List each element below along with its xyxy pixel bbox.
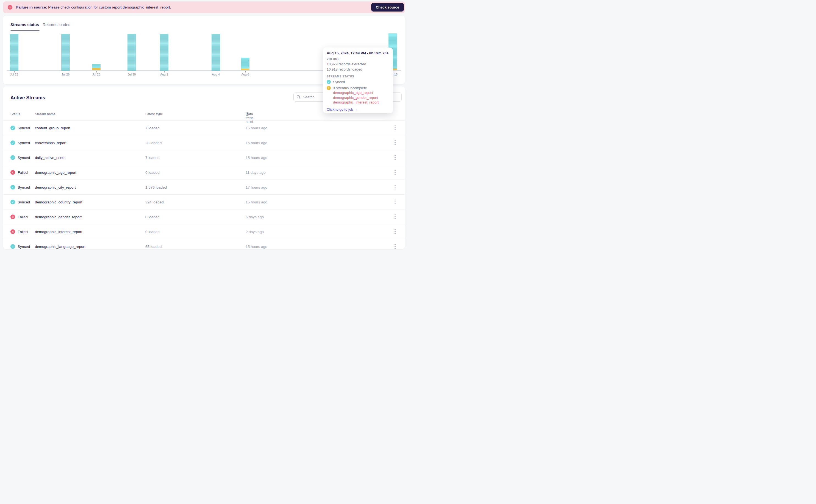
incomplete-stream-links: demographic_age_reportdemographic_gender… <box>333 90 390 105</box>
stream-name: conversions_report <box>35 141 66 145</box>
x-axis-label: Jul 30 <box>128 73 136 76</box>
stream-name: demographic_age_report <box>35 170 76 174</box>
table-row: ✕Faileddemographic_interest_report0 load… <box>3 224 405 239</box>
status-cell: ✓Synced <box>10 244 30 249</box>
x-axis-label: Jul 28 <box>92 73 100 76</box>
status-label: Synced <box>18 244 30 248</box>
clock-icon <box>246 112 249 116</box>
x-axis-tick <box>216 71 217 72</box>
x-axis-label: Aug 1 <box>160 73 168 76</box>
x-axis-label: Aug 6 <box>241 73 249 76</box>
latest-sync-value: 0 loaded <box>145 229 159 234</box>
status-cell: ✓Synced <box>10 125 30 130</box>
tooltip-title: Aug 15, 2024, 12:49 PM • 8h 59m 20s <box>327 51 390 55</box>
status-cell: ✕Failed <box>10 170 28 175</box>
status-cell: ✓Synced <box>10 140 30 145</box>
incomplete-stream-link[interactable]: demographic_gender_report <box>333 95 390 100</box>
column-header-status: Status <box>10 112 20 116</box>
table-row: ✕Faileddemographic_gender_report0 loaded… <box>3 209 405 224</box>
error-circle-icon: ✕ <box>8 5 12 10</box>
kebab-menu-icon[interactable] <box>391 228 399 236</box>
latest-sync-value: 0 loaded <box>145 170 159 174</box>
go-to-job-link[interactable]: Click to go to job → <box>327 107 358 111</box>
x-axis-tick <box>164 71 165 72</box>
column-header-stream-name: Stream name <box>35 112 55 116</box>
status-cell: ✓Synced <box>10 155 30 160</box>
tooltip-volume-label: VOLUME <box>327 58 390 61</box>
latest-sync-value: 28 loaded <box>145 141 161 145</box>
stream-name: demographic_language_report <box>35 244 85 248</box>
streams-table-body: ✓Syncedcontent_group_report7 loaded15 ho… <box>3 121 405 249</box>
status-label: Failed <box>18 170 28 174</box>
data-fresh-value: 6 days ago <box>246 215 264 219</box>
x-axis-tick <box>245 71 246 72</box>
column-header-latest-sync: Latest sync <box>145 112 163 116</box>
exclamation-circle-icon: ! <box>327 86 331 90</box>
chart-bar-jul-23[interactable] <box>10 34 18 71</box>
table-row: ✓Synceddemographic_country_report324 loa… <box>3 195 405 209</box>
x-circle-icon: ✕ <box>10 170 15 175</box>
kebab-menu-icon[interactable] <box>391 198 399 206</box>
latest-sync-value: 1,576 loaded <box>145 185 167 189</box>
status-cell: ✕Failed <box>10 229 28 234</box>
x-axis-label: Jul 23 <box>10 73 18 76</box>
table-header: Status Stream name Latest sync Data fres… <box>3 112 405 120</box>
data-fresh-value: 15 hours ago <box>246 200 267 204</box>
kebab-menu-icon[interactable] <box>391 154 399 161</box>
status-cell: ✓Synced <box>10 185 30 189</box>
data-fresh-value: 15 hours ago <box>246 155 267 159</box>
active-streams-title: Active Streams <box>10 95 45 101</box>
chart-bar-jul-30[interactable] <box>127 34 136 71</box>
stream-name: demographic_interest_report <box>35 229 82 234</box>
status-label: Synced <box>18 185 30 189</box>
incomplete-stream-link[interactable]: demographic_interest_report <box>333 100 390 105</box>
kebab-menu-icon[interactable] <box>391 169 399 176</box>
chart-bar-aug-1[interactable] <box>160 34 168 71</box>
tooltip-incomplete-row: ! 3 streams incomplete <box>327 86 390 90</box>
status-cell: ✓Synced <box>10 200 30 204</box>
chart-bar-incomplete-aug-6[interactable] <box>241 69 250 70</box>
kebab-menu-icon[interactable] <box>391 124 399 132</box>
kebab-menu-icon[interactable] <box>391 183 399 191</box>
check-circle-icon: ✓ <box>327 80 331 84</box>
chart-bar-aug-6[interactable] <box>241 58 250 69</box>
table-row: ✕Faileddemographic_age_report0 loaded11 … <box>3 165 405 180</box>
banner-message: Failure in source: Please check configur… <box>16 5 171 9</box>
table-row: ✓Synceddemographic_language_report65 loa… <box>3 239 405 249</box>
page: ✕ Failure in source: Please check config… <box>0 0 408 252</box>
kebab-menu-icon[interactable] <box>391 243 399 249</box>
chart-bar-aug-4[interactable] <box>212 34 220 71</box>
stream-name: demographic_gender_report <box>35 215 82 219</box>
data-fresh-value: 15 hours ago <box>246 244 267 248</box>
search-icon <box>297 95 301 99</box>
data-fresh-value: 15 hours ago <box>246 126 267 130</box>
x-axis-tick <box>14 71 15 72</box>
status-label: Failed <box>18 215 28 219</box>
x-axis-tick <box>132 71 132 72</box>
latest-sync-value: 324 loaded <box>145 200 164 204</box>
stream-name: content_group_report <box>35 126 70 130</box>
check-source-button[interactable]: Check source <box>371 3 404 12</box>
check-circle-icon: ✓ <box>10 244 15 249</box>
check-circle-icon: ✓ <box>10 185 15 189</box>
stream-name: demographic_city_report <box>35 185 76 189</box>
check-circle-icon: ✓ <box>10 125 15 130</box>
data-fresh-value: 17 hours ago <box>246 185 267 189</box>
status-label: Synced <box>18 155 30 159</box>
chart-bar-jul-28[interactable] <box>92 64 100 68</box>
table-row: ✓Synceddaily_active_users7 loaded15 hour… <box>3 150 405 165</box>
table-row: ✓Syncedconversions_report28 loaded15 hou… <box>3 135 405 150</box>
status-cell: ✕Failed <box>10 214 28 219</box>
tooltip-records-loaded: 10,918 records loaded <box>327 67 390 72</box>
kebab-menu-icon[interactable] <box>391 213 399 221</box>
check-circle-icon: ✓ <box>10 155 15 160</box>
incomplete-stream-link[interactable]: demographic_age_report <box>333 90 390 95</box>
chart-bar-jul-26[interactable] <box>61 34 70 71</box>
x-axis-label: Jul 26 <box>61 73 69 76</box>
kebab-menu-icon[interactable] <box>391 139 399 147</box>
x-circle-icon: ✕ <box>10 214 15 219</box>
check-circle-icon: ✓ <box>10 140 15 145</box>
data-fresh-value: 11 days ago <box>246 170 266 174</box>
chart-bar-incomplete-jul-28[interactable] <box>92 68 100 70</box>
x-axis-tick <box>96 71 97 72</box>
